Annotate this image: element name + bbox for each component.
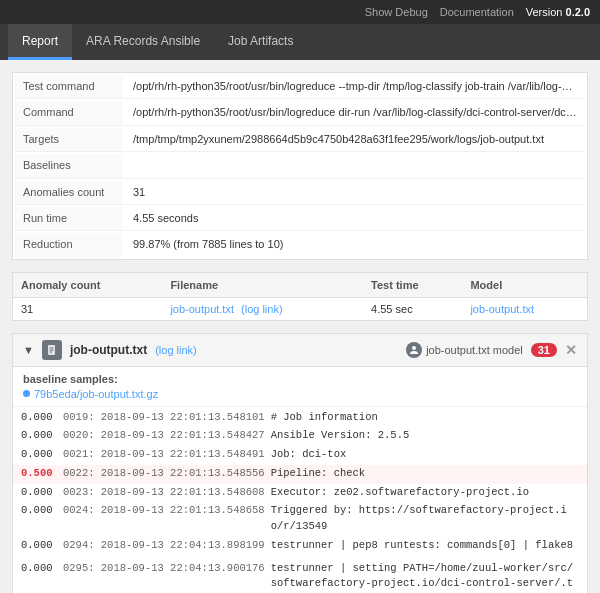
detail-key: Anomalies count <box>15 181 123 205</box>
details-row: Targets /tmp/tmp/tmp2yxunem/2988664d5b9c… <box>15 128 585 152</box>
log-panel-right: job-output.txt model 31 ✕ <box>406 342 577 358</box>
tab-artifacts[interactable]: Job Artifacts <box>214 24 307 60</box>
log-panel-icon <box>42 340 62 360</box>
anomaly-model: job-output.txt <box>462 297 587 320</box>
detail-key: Reduction <box>15 233 123 256</box>
baseline-file-name: 79b5eda/job-output.txt.gz <box>34 388 158 400</box>
log-score: 0.000 <box>21 485 59 501</box>
log-score: 0.000 <box>21 538 59 554</box>
model-link[interactable]: job-output.txt <box>470 303 534 315</box>
log-timestamp: 0024: 2018-09-13 22:01:13.548658 <box>63 503 265 519</box>
log-score: 0.000 <box>21 428 59 444</box>
detail-value: 31 <box>125 181 585 205</box>
log-entries: 0.000 0019: 2018-09-13 22:01:13.548101 #… <box>13 407 587 593</box>
details-row: Reduction 99.87% (from 7885 lines to 10) <box>15 233 585 256</box>
log-score: 0.500 <box>21 466 59 482</box>
log-entry: 0.000 0021: 2018-09-13 22:01:13.548491 J… <box>13 446 587 465</box>
log-link[interactable]: (log link) <box>241 303 283 315</box>
log-message: Executor: ze02.softwarefactory-project.i… <box>271 485 579 501</box>
log-entry: 0.000 0294: 2018-09-13 22:04:13.898199 t… <box>13 537 587 556</box>
log-entry: 0.000 0019: 2018-09-13 22:01:13.548101 #… <box>13 409 587 428</box>
log-baseline-section: baseline samples: 79b5eda/job-output.txt… <box>13 367 587 407</box>
detail-value: 4.55 seconds <box>125 207 585 231</box>
log-panel-model-info: job-output.txt model <box>406 342 523 358</box>
log-message: Job: dci-tox <box>271 447 579 463</box>
log-close-button[interactable]: ✕ <box>565 343 577 357</box>
log-score: 0.000 <box>21 410 59 426</box>
log-entry: 0.000 0295: 2018-09-13 22:04:13.900176 t… <box>13 560 587 593</box>
log-message: Ansible Version: 2.5.5 <box>271 428 579 444</box>
log-message: testrunner | setting PATH=/home/zuul-wor… <box>271 561 579 593</box>
tab-report[interactable]: Report <box>8 24 72 60</box>
detail-key: Targets <box>15 128 123 152</box>
model-label: job-output.txt model <box>426 344 523 356</box>
log-panel: ▼ job-output.txt (log link) <box>12 333 588 593</box>
baseline-label: baseline samples: <box>23 373 577 385</box>
col-testtime: Test time <box>363 273 462 298</box>
anomaly-row: 31 job-output.txt (log link) 4.55 sec jo… <box>13 297 587 320</box>
detail-value: /tmp/tmp/tmp2yxunem/2988664d5b9c4750b428… <box>125 128 585 152</box>
log-timestamp: 0294: 2018-09-13 22:04:13.898199 <box>63 538 265 554</box>
nav-tabs: Report ARA Records Ansible Job Artifacts <box>0 24 600 60</box>
detail-key: Command <box>15 101 123 125</box>
tab-ara[interactable]: ARA Records Ansible <box>72 24 214 60</box>
anomaly-badge: 31 <box>531 343 557 357</box>
log-timestamp: 0021: 2018-09-13 22:01:13.548491 <box>63 447 265 463</box>
detail-value: 99.87% (from 7885 lines to 10) <box>125 233 585 256</box>
anomaly-filename: job-output.txt (log link) <box>162 297 363 320</box>
details-row: Run time 4.55 seconds <box>15 207 585 231</box>
log-entry: 0.000 0020: 2018-09-13 22:01:13.548427 A… <box>13 427 587 446</box>
log-score: 0.000 <box>21 503 59 519</box>
dot-icon <box>23 390 30 397</box>
log-timestamp: 0295: 2018-09-13 22:04:13.900176 <box>63 561 265 577</box>
log-message: Triggered by: https://softwarefactory-pr… <box>271 503 579 535</box>
log-panel-toggle[interactable]: ▼ <box>23 344 34 356</box>
log-message: Pipeline: check <box>271 466 579 482</box>
log-entry: 0.500 0022: 2018-09-13 22:01:13.548556 P… <box>13 465 587 484</box>
log-entry: 0.000 0023: 2018-09-13 22:01:13.548608 E… <box>13 484 587 503</box>
details-row: Baselines <box>15 154 585 178</box>
main-content: Test command /opt/rh/rh-python35/root/us… <box>0 60 600 593</box>
log-panel-header: ▼ job-output.txt (log link) <box>13 334 587 367</box>
detail-value: /opt/rh/rh-python35/root/usr/bin/logredu… <box>125 75 585 99</box>
details-table: Test command /opt/rh/rh-python35/root/us… <box>12 72 588 260</box>
filename-link[interactable]: job-output.txt <box>170 303 234 315</box>
anomaly-table: Anomaly count Filename Test time Model 3… <box>13 273 587 320</box>
log-timestamp: 0020: 2018-09-13 22:01:13.548427 <box>63 428 265 444</box>
show-debug-link[interactable]: Show Debug <box>365 6 428 18</box>
detail-key: Baselines <box>15 154 123 178</box>
log-timestamp: 0019: 2018-09-13 22:01:13.548101 <box>63 410 265 426</box>
col-count: Anomaly count <box>13 273 162 298</box>
detail-value: /opt/rh/rh-python35/root/usr/bin/logredu… <box>125 101 585 125</box>
baseline-file-link[interactable]: 79b5eda/job-output.txt.gz <box>23 388 577 400</box>
log-entry: 0.000 0024: 2018-09-13 22:01:13.548658 T… <box>13 502 587 537</box>
log-panel-log-link[interactable]: (log link) <box>155 344 197 356</box>
anomaly-table-wrap: Anomaly count Filename Test time Model 3… <box>12 272 588 321</box>
detail-value <box>125 154 585 178</box>
version-display: Version 0.2.0 <box>526 6 590 18</box>
anomaly-testtime: 4.55 sec <box>363 297 462 320</box>
details-row: Anomalies count 31 <box>15 181 585 205</box>
col-filename: Filename <box>162 273 363 298</box>
people-icon <box>409 345 419 355</box>
log-panel-title: job-output.txt <box>70 343 147 357</box>
details-row: Test command /opt/rh/rh-python35/root/us… <box>15 75 585 99</box>
log-message: testrunner | pep8 runtests: commands[0] … <box>271 538 579 554</box>
log-score: 0.000 <box>21 447 59 463</box>
log-timestamp: 0022: 2018-09-13 22:01:13.548556 <box>63 466 265 482</box>
anomaly-count: 31 <box>13 297 162 320</box>
file-icon <box>46 344 58 356</box>
log-message: # Job information <box>271 410 579 426</box>
log-score: 0.000 <box>21 561 59 577</box>
top-bar: Show Debug Documentation Version 0.2.0 <box>0 0 600 24</box>
svg-point-4 <box>412 346 416 350</box>
documentation-link[interactable]: Documentation <box>440 6 514 18</box>
log-timestamp: 0023: 2018-09-13 22:01:13.548608 <box>63 485 265 501</box>
detail-key: Run time <box>15 207 123 231</box>
detail-key: Test command <box>15 75 123 99</box>
details-row: Command /opt/rh/rh-python35/root/usr/bin… <box>15 101 585 125</box>
col-model: Model <box>462 273 587 298</box>
model-icon <box>406 342 422 358</box>
